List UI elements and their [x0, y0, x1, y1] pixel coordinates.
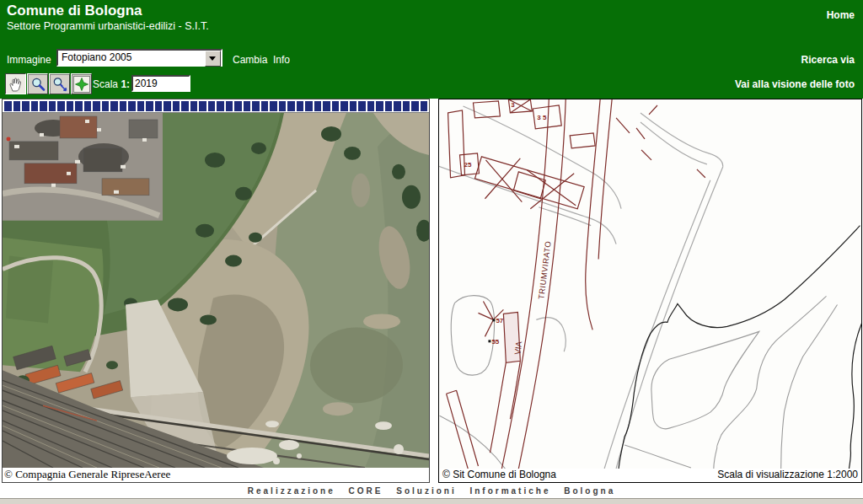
progress-block — [314, 101, 322, 111]
progress-block — [234, 101, 242, 111]
immagine-label: Immagine — [7, 54, 51, 66]
map-number-55: 55 — [491, 338, 499, 346]
progress-bar — [3, 99, 429, 113]
ricerca-via-link[interactable]: Ricerca via — [801, 54, 855, 66]
home-link[interactable]: Home — [827, 9, 855, 21]
map-credit: © Sit Comune di Bologna — [442, 469, 556, 482]
bottom-strip — [0, 498, 863, 504]
scala-input[interactable] — [131, 75, 190, 92]
progress-block — [261, 101, 269, 111]
footer-text: Realizzazione CORE Soluzioni Informatich… — [0, 484, 863, 498]
map-toolbar — [5, 73, 93, 94]
scala-ratio: 1: — [121, 78, 130, 90]
progress-block — [340, 101, 348, 111]
progress-block — [252, 101, 260, 111]
progress-block — [84, 101, 92, 111]
info-link[interactable]: Info — [273, 54, 290, 66]
progress-block — [137, 101, 145, 111]
progress-block — [385, 101, 393, 111]
progress-block — [155, 101, 163, 111]
progress-block — [403, 101, 410, 111]
progress-block — [163, 101, 171, 111]
zoom-area-tool-button[interactable] — [49, 73, 70, 94]
progress-block — [411, 101, 419, 111]
progress-block — [217, 101, 224, 111]
progress-block — [75, 101, 83, 111]
scala-label: Scala 1: — [93, 78, 130, 90]
page-subtitle: Settore Programmi urbanistici-edilizi - … — [7, 20, 209, 32]
map-number-35: 3 5 — [537, 114, 547, 121]
pan-tool-button[interactable] — [5, 73, 26, 94]
progress-block — [332, 101, 340, 111]
header: Comune di Bologna Settore Programmi urba… — [0, 0, 863, 99]
chevron-down-icon — [209, 56, 216, 61]
map-number-57: 57 — [496, 317, 503, 324]
progress-block — [40, 101, 47, 111]
aerial-photo[interactable] — [3, 113, 429, 468]
progress-block — [49, 101, 56, 111]
progress-block — [367, 101, 375, 111]
page-title: Comune di Bologna — [7, 3, 142, 19]
zoom-area-icon — [51, 76, 68, 93]
progress-block — [376, 101, 383, 111]
progress-block — [22, 101, 29, 111]
progress-block — [358, 101, 366, 111]
progress-block — [146, 101, 153, 111]
map-number-3: 3 — [511, 101, 515, 109]
photo-credit: © Compagnia Generale RipreseAeree — [3, 468, 429, 482]
progress-block — [208, 101, 216, 111]
progress-block — [190, 101, 198, 111]
progress-block — [270, 101, 277, 111]
progress-block — [199, 101, 206, 111]
progress-block — [305, 101, 313, 111]
progress-block — [102, 101, 110, 111]
progress-block — [323, 101, 330, 111]
progress-block — [297, 101, 304, 111]
image-select-value: Fotopiano 2005 — [62, 51, 131, 63]
zoom-icon — [29, 76, 46, 93]
map-number-25: 25 — [464, 161, 472, 169]
aerial-photo-panel[interactable]: © Compagnia Generale RipreseAeree — [2, 99, 430, 483]
street-label-via: VIA — [512, 340, 523, 356]
pan-hand-icon — [8, 76, 24, 93]
progress-block — [421, 101, 428, 111]
progress-block — [31, 101, 39, 111]
progress-block — [287, 101, 295, 111]
progress-block — [226, 101, 233, 111]
progress-block — [181, 101, 189, 111]
progress-block — [13, 101, 21, 111]
progress-block — [394, 101, 401, 111]
progress-block — [173, 101, 180, 111]
image-select[interactable]: Fotopiano 2005 — [56, 49, 222, 67]
map-credit-bar: © Sit Comune di Bologna Scala di visuali… — [439, 469, 861, 482]
page: Comune di Bologna Settore Programmi urba… — [0, 0, 863, 504]
map-scale-text: Scala di visualizzazione 1:2000 — [717, 469, 858, 482]
progress-block — [4, 101, 12, 111]
progress-block — [128, 101, 136, 111]
progress-block — [350, 101, 357, 111]
cambia-link[interactable]: Cambia — [233, 54, 267, 66]
full-extent-tool-button[interactable] — [71, 73, 92, 94]
full-extent-icon — [73, 76, 90, 93]
progress-block — [110, 101, 118, 111]
progress-block — [57, 101, 65, 111]
vector-map-panel[interactable]: 25 3 5 3 57 55 TRIUMVIRATO VIA © Sit Com… — [438, 99, 862, 483]
dropdown-arrow-button[interactable] — [205, 51, 221, 67]
scala-word: Scala — [93, 78, 118, 90]
vai-foto-link[interactable]: Vai alla visione delle foto — [735, 78, 855, 90]
progress-block — [120, 101, 127, 111]
progress-block — [244, 101, 251, 111]
progress-block — [93, 101, 100, 111]
vector-map[interactable]: 25 3 5 3 57 55 TRIUMVIRATO VIA — [439, 99, 861, 469]
zoom-tool-button[interactable] — [27, 73, 48, 94]
progress-block — [67, 101, 74, 111]
progress-block — [279, 101, 287, 111]
